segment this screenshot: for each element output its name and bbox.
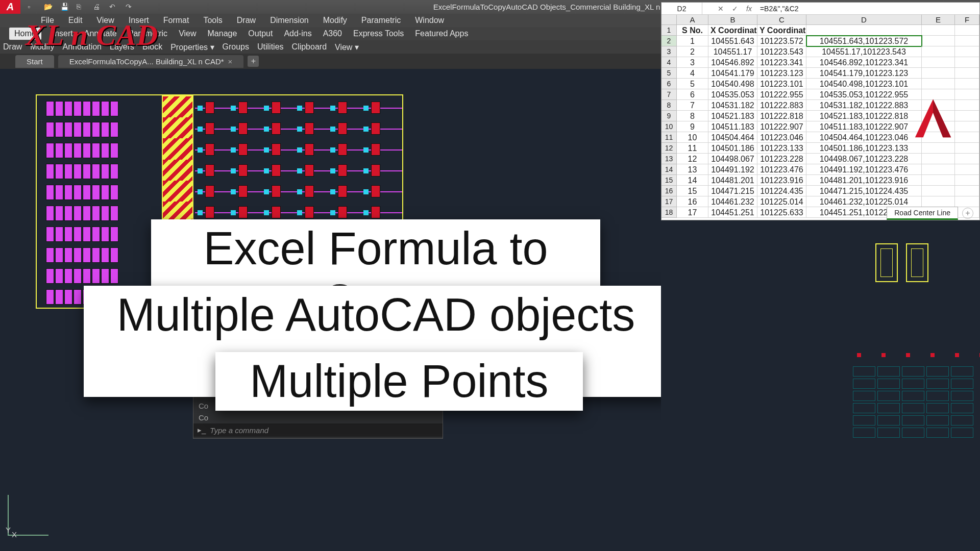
col-header[interactable]: A <box>677 15 708 25</box>
cell[interactable]: 101223.228 <box>757 154 806 164</box>
cell[interactable]: 104481.201,101223.916 <box>806 175 922 186</box>
row-header[interactable]: 4 <box>662 57 677 68</box>
cell[interactable]: 101224.435 <box>757 186 806 196</box>
row-header[interactable]: 12 <box>662 143 677 154</box>
cell[interactable]: 104541.179,101223.123 <box>806 68 922 79</box>
row-header[interactable]: 1 <box>662 25 677 36</box>
cell[interactable]: 7 <box>677 100 708 111</box>
cell[interactable]: 101223.046 <box>757 132 806 143</box>
cell[interactable] <box>955 164 979 175</box>
row-header[interactable]: 3 <box>662 46 677 57</box>
cell[interactable]: 4 <box>677 68 708 79</box>
cell[interactable] <box>922 68 955 79</box>
mb2-item[interactable]: Express Tools <box>353 29 404 38</box>
tab-drawing[interactable]: ExcelFormulaToCopyA... Building_XL n CAD… <box>58 55 244 68</box>
cell[interactable] <box>955 154 979 164</box>
cell[interactable]: 101223.543 <box>757 46 806 57</box>
cell[interactable] <box>955 25 979 36</box>
cell[interactable] <box>922 36 955 46</box>
cell[interactable]: 104551.643 <box>708 36 757 46</box>
cell[interactable]: 101223.123 <box>757 68 806 79</box>
cell[interactable] <box>922 164 955 175</box>
cell[interactable]: 101222.883 <box>757 100 806 111</box>
cell[interactable]: 104511.183,101222.907 <box>806 121 922 132</box>
open-icon[interactable]: 📂 <box>44 3 53 12</box>
cell[interactable]: 104546.892,101223.341 <box>806 57 922 68</box>
cell[interactable]: 104504.464,101223.046 <box>806 132 922 143</box>
mb2-item[interactable]: Manage <box>208 29 237 38</box>
cell[interactable]: 104461.232,101225.014 <box>806 196 922 207</box>
mb1-item[interactable]: Draw <box>237 16 256 25</box>
cell[interactable]: 104551.17 <box>708 46 757 57</box>
mb1-item[interactable]: Tools <box>203 16 222 25</box>
mb1-item[interactable]: Format <box>163 16 189 25</box>
mb3-item[interactable]: Groups <box>223 42 249 52</box>
save-icon[interactable]: 💾 <box>60 3 69 12</box>
row-header[interactable]: 6 <box>662 79 677 89</box>
check-icon[interactable]: ✓ <box>732 5 738 13</box>
cell[interactable]: Y Coordinate <box>757 25 806 36</box>
mb3-item[interactable]: Utilities <box>257 42 284 52</box>
close-icon[interactable]: × <box>228 57 233 66</box>
cell[interactable]: 8 <box>677 111 708 121</box>
row-header[interactable]: 15 <box>662 175 677 186</box>
mb2-item[interactable]: Output <box>248 29 273 38</box>
cell[interactable]: 16 <box>677 196 708 207</box>
row-header[interactable]: 18 <box>662 207 677 218</box>
cell[interactable] <box>955 79 979 89</box>
mb3-item[interactable]: Draw <box>3 42 22 52</box>
col-header[interactable]: E <box>922 15 955 25</box>
secondary-canvas[interactable] <box>661 220 980 551</box>
add-sheet-button[interactable]: + <box>962 208 973 219</box>
col-header[interactable]: D <box>806 15 922 25</box>
cell[interactable]: 101222.818 <box>757 111 806 121</box>
cancel-icon[interactable]: ✕ <box>718 5 724 13</box>
tab-add-button[interactable]: + <box>248 56 259 67</box>
cell[interactable]: 101222.955 <box>757 89 806 100</box>
cell[interactable]: 104498.067 <box>708 154 757 164</box>
cell[interactable] <box>955 111 979 121</box>
row-header[interactable]: 2 <box>662 36 677 46</box>
cell[interactable]: 101222.907 <box>757 121 806 132</box>
cell[interactable]: 11 <box>677 143 708 154</box>
tab-start[interactable]: Start <box>15 55 54 68</box>
cell[interactable]: 104546.892 <box>708 57 757 68</box>
cell[interactable]: 9 <box>677 121 708 132</box>
mb2-item[interactable]: Add-ins <box>284 29 311 38</box>
mb2-item[interactable]: Featured Apps <box>415 29 468 38</box>
cell[interactable]: 101225.014 <box>757 196 806 207</box>
cell[interactable]: 104511.183 <box>708 121 757 132</box>
cell[interactable]: 14 <box>677 175 708 186</box>
mb3-item[interactable]: Clipboard <box>292 42 327 52</box>
cell[interactable]: 104491.192,101223.476 <box>806 164 922 175</box>
undo-icon[interactable]: ↶ <box>109 3 118 12</box>
cell[interactable]: 104551.643,101223.572 <box>806 36 922 46</box>
cell[interactable] <box>955 175 979 186</box>
cell[interactable] <box>922 46 955 57</box>
cell[interactable]: 104540.498 <box>708 79 757 89</box>
cell[interactable]: 12 <box>677 154 708 164</box>
cell[interactable] <box>955 121 979 132</box>
cell[interactable] <box>922 143 955 154</box>
cell[interactable]: 104498.067,101223.228 <box>806 154 922 164</box>
cell[interactable] <box>955 68 979 79</box>
mb2-item[interactable]: A360 <box>323 29 342 38</box>
cell[interactable] <box>922 57 955 68</box>
cell[interactable]: 104501.186,101223.133 <box>806 143 922 154</box>
cell[interactable] <box>922 25 955 36</box>
cell[interactable]: 104521.183,101222.818 <box>806 111 922 121</box>
cell[interactable]: 104481.201 <box>708 175 757 186</box>
row-header[interactable]: 11 <box>662 132 677 143</box>
cell[interactable]: X Coordinate <box>708 25 757 36</box>
cell[interactable]: 104551.17,101223.543 <box>806 46 922 57</box>
cell[interactable] <box>922 79 955 89</box>
col-header[interactable]: F <box>955 15 979 25</box>
redo-icon[interactable]: ↷ <box>126 3 135 12</box>
cell[interactable]: 104501.186 <box>708 143 757 154</box>
new-icon[interactable]: ▫ <box>28 3 37 12</box>
plot-icon[interactable]: 🖨 <box>93 3 102 12</box>
mb1-item[interactable]: Modify <box>323 16 347 25</box>
select-all-corner[interactable] <box>662 15 677 25</box>
cell[interactable]: 3 <box>677 57 708 68</box>
mb2-item[interactable]: View <box>179 29 196 38</box>
